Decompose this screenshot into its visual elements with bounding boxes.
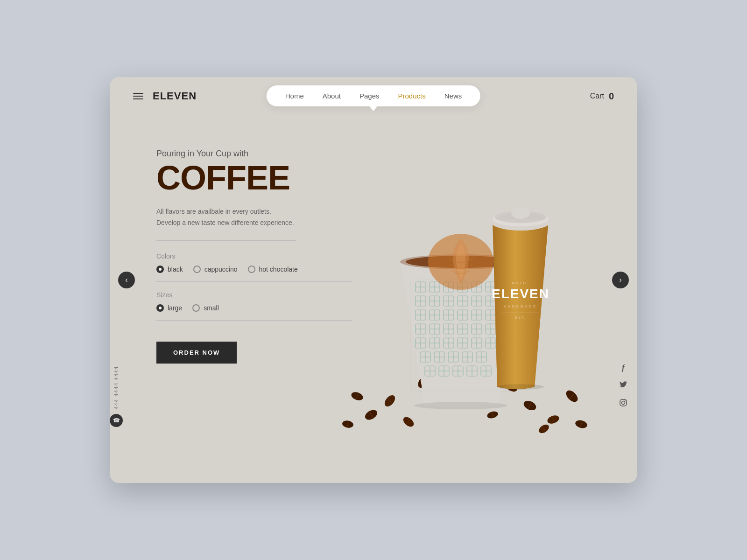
hero-subtitle: Pouring in Your Cup with (156, 149, 352, 159)
main-nav: Home About Pages Products News (267, 85, 480, 106)
svg-text:ELEVEN: ELEVEN (492, 287, 550, 301)
cups-area: ARTC. ELEVEN HANDMADE EST. (329, 154, 609, 471)
radio-large[interactable] (156, 304, 164, 312)
color-black-label: black (168, 266, 183, 273)
svg-text:HANDMADE: HANDMADE (504, 305, 537, 308)
colors-section: Colors black cappuccino hot chocolate (156, 252, 352, 282)
nav-products[interactable]: Products (398, 92, 426, 100)
radio-cappuccino[interactable] (193, 266, 201, 273)
svg-point-163 (497, 384, 544, 390)
color-hot-chocolate[interactable]: hot chocolate (248, 266, 298, 273)
svg-text:ARTC.: ARTC. (512, 281, 530, 285)
phone-icon[interactable]: ☎ (110, 414, 123, 427)
sizes-radio-group: large small (156, 304, 352, 321)
colors-radio-group: black cappuccino hot chocolate (156, 266, 352, 282)
page-wrapper: ELEVEN Home About Pages Products News Ca… (110, 77, 637, 483)
size-small-label: small (204, 304, 219, 312)
size-large-label: large (168, 304, 182, 312)
color-cappuccino-label: cappuccino (204, 266, 238, 273)
radio-small[interactable] (192, 304, 200, 312)
left-content: Pouring in Your Cup with COFFEE All flav… (156, 130, 352, 364)
logo: ELEVEN (153, 90, 197, 102)
header: ELEVEN Home About Pages Products News Ca… (110, 77, 637, 102)
coffee-illustration: ARTC. ELEVEN HANDMADE EST. (329, 154, 600, 462)
sizes-label: Sizes (156, 291, 352, 299)
hamburger-icon[interactable] (133, 93, 143, 99)
facebook-icon[interactable]: f (622, 364, 624, 372)
nav-about[interactable]: About (323, 92, 341, 100)
phone-number: 444 4444 4444 (114, 366, 119, 409)
svg-rect-0 (620, 399, 627, 406)
instagram-icon[interactable] (620, 399, 627, 408)
color-cappuccino[interactable]: cappuccino (193, 266, 238, 273)
order-button[interactable]: ORDER NOW (156, 342, 237, 364)
hero-description: All flavors are availbale in every outle… (156, 206, 296, 241)
radio-black[interactable] (156, 266, 164, 273)
size-large[interactable]: large (156, 304, 182, 312)
social-icons: f (620, 364, 627, 408)
hero-title: COFFEE (156, 161, 352, 195)
color-hot-chocolate-label: hot chocolate (259, 266, 298, 273)
sizes-section: Sizes large small (156, 291, 352, 321)
cart-section[interactable]: Cart 0 (590, 91, 614, 102)
color-black[interactable]: black (156, 266, 183, 273)
radio-hot-chocolate[interactable] (248, 266, 255, 273)
next-arrow[interactable]: › (612, 272, 629, 288)
nav-home[interactable]: Home (285, 92, 304, 100)
colors-label: Colors (156, 252, 352, 260)
svg-point-153 (414, 402, 507, 409)
nav-pages[interactable]: Pages (359, 92, 380, 100)
size-small[interactable]: small (192, 304, 219, 312)
twitter-icon[interactable] (620, 381, 627, 390)
main-content: Pouring in Your Cup with COFFEE All flav… (110, 102, 637, 471)
svg-point-1 (622, 401, 625, 405)
nav-container: Home About Pages Products News (267, 85, 480, 106)
header-left: ELEVEN (133, 90, 197, 102)
cart-count: 0 (609, 91, 614, 102)
phone-section: 444 4444 4444 ☎ (110, 366, 123, 427)
nav-news[interactable]: News (444, 92, 462, 100)
svg-text:EST.: EST. (515, 316, 526, 319)
svg-point-2 (625, 400, 626, 401)
prev-arrow[interactable]: ‹ (118, 272, 135, 288)
cart-label: Cart (590, 92, 604, 100)
svg-point-162 (511, 208, 530, 219)
